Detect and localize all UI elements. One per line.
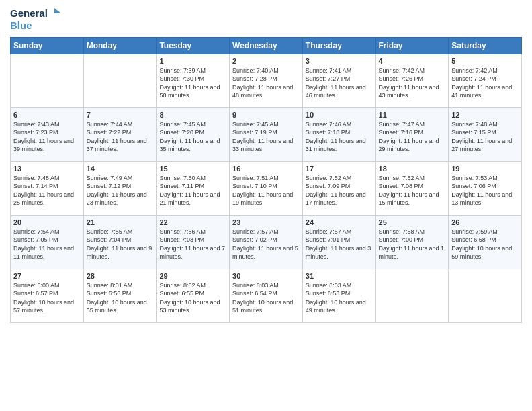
sunset-text: Sunset: 7:10 PM <box>232 182 300 191</box>
day-number: 31 <box>306 272 373 280</box>
sunrise-text: Sunrise: 7:39 AM <box>159 66 226 75</box>
calendar-cell <box>375 269 449 322</box>
logo-general: General <box>10 8 48 19</box>
sunrise-text: Sunrise: 7:43 AM <box>13 120 81 129</box>
weekday-header-row: SundayMondayTuesdayWednesdayThursdayFrid… <box>11 37 522 54</box>
sunset-text: Sunset: 7:18 PM <box>306 128 373 137</box>
daylight-text: Daylight: 11 hours and 7 minutes. <box>159 244 226 261</box>
sunrise-text: Sunrise: 7:44 AM <box>87 120 154 129</box>
day-number: 22 <box>159 218 226 226</box>
sunset-text: Sunset: 7:24 PM <box>451 75 519 83</box>
calendar-cell: 17 Sunrise: 7:52 AM Sunset: 7:09 PM Dayl… <box>302 161 375 215</box>
day-info: Sunrise: 8:02 AM Sunset: 6:55 PM Dayligh… <box>159 281 226 315</box>
sunset-text: Sunset: 7:06 PM <box>451 182 519 191</box>
day-number: 11 <box>379 111 446 119</box>
week-row-2: 6 Sunrise: 7:43 AM Sunset: 7:23 PM Dayli… <box>11 107 522 161</box>
calendar-cell: 15 Sunrise: 7:50 AM Sunset: 7:11 PM Dayl… <box>157 161 230 215</box>
calendar-cell <box>449 269 522 322</box>
sunset-text: Sunset: 7:12 PM <box>87 182 154 191</box>
calendar-cell: 12 Sunrise: 7:48 AM Sunset: 7:15 PM Dayl… <box>449 107 522 161</box>
sunset-text: Sunset: 7:20 PM <box>159 128 226 137</box>
sunrise-text: Sunrise: 7:47 AM <box>379 120 446 129</box>
day-info: Sunrise: 7:50 AM Sunset: 7:11 PM Dayligh… <box>159 174 226 208</box>
daylight-text: Daylight: 11 hours and 3 minutes. <box>306 244 373 261</box>
sunset-text: Sunset: 7:01 PM <box>306 236 373 244</box>
day-info: Sunrise: 8:03 AM Sunset: 6:53 PM Dayligh… <box>306 281 373 315</box>
weekday-header-wednesday: Wednesday <box>230 37 303 54</box>
day-info: Sunrise: 7:46 AM Sunset: 7:18 PM Dayligh… <box>306 120 373 154</box>
sunset-text: Sunset: 7:28 PM <box>232 75 300 83</box>
sunrise-text: Sunrise: 7:51 AM <box>232 174 300 183</box>
calendar-cell: 14 Sunrise: 7:49 AM Sunset: 7:12 PM Dayl… <box>83 161 157 215</box>
calendar-cell: 22 Sunrise: 7:56 AM Sunset: 7:03 PM Dayl… <box>157 215 230 269</box>
calendar-cell: 23 Sunrise: 7:57 AM Sunset: 7:02 PM Dayl… <box>230 215 303 269</box>
sunrise-text: Sunrise: 7:57 AM <box>306 228 373 236</box>
calendar-cell: 7 Sunrise: 7:44 AM Sunset: 7:22 PM Dayli… <box>83 107 157 161</box>
sunset-text: Sunset: 7:14 PM <box>13 182 81 191</box>
sunset-text: Sunset: 7:08 PM <box>379 182 446 191</box>
sunrise-text: Sunrise: 7:46 AM <box>306 120 373 129</box>
week-row-1: 1 Sunrise: 7:39 AM Sunset: 7:30 PM Dayli… <box>11 54 522 107</box>
calendar-cell: 6 Sunrise: 7:43 AM Sunset: 7:23 PM Dayli… <box>11 107 84 161</box>
calendar-cell: 19 Sunrise: 7:53 AM Sunset: 7:06 PM Dayl… <box>449 161 522 215</box>
day-info: Sunrise: 7:52 AM Sunset: 7:08 PM Dayligh… <box>379 174 446 208</box>
sunset-text: Sunset: 7:03 PM <box>159 236 226 244</box>
daylight-text: Daylight: 11 hours and 15 minutes. <box>379 191 446 208</box>
day-number: 5 <box>451 57 519 65</box>
daylight-text: Daylight: 11 hours and 39 minutes. <box>13 137 81 154</box>
sunset-text: Sunset: 6:54 PM <box>232 289 300 298</box>
sunrise-text: Sunrise: 7:56 AM <box>159 228 226 236</box>
sunset-text: Sunset: 6:56 PM <box>87 289 154 298</box>
calendar-cell <box>11 54 84 107</box>
sunset-text: Sunset: 7:02 PM <box>232 236 300 244</box>
daylight-text: Daylight: 11 hours and 25 minutes. <box>13 191 81 208</box>
logo-blue: Blue <box>10 20 62 32</box>
sunrise-text: Sunrise: 7:45 AM <box>159 120 226 129</box>
calendar-cell: 16 Sunrise: 7:51 AM Sunset: 7:10 PM Dayl… <box>230 161 303 215</box>
sunrise-text: Sunrise: 7:54 AM <box>13 228 81 236</box>
daylight-text: Daylight: 11 hours and 9 minutes. <box>87 244 154 261</box>
sunrise-text: Sunrise: 8:03 AM <box>232 281 300 290</box>
sunset-text: Sunset: 6:57 PM <box>13 289 81 298</box>
day-info: Sunrise: 8:01 AM Sunset: 6:56 PM Dayligh… <box>87 281 154 315</box>
daylight-text: Daylight: 11 hours and 19 minutes. <box>232 191 300 208</box>
daylight-text: Daylight: 11 hours and 43 minutes. <box>379 83 446 100</box>
calendar-cell: 3 Sunrise: 7:41 AM Sunset: 7:27 PM Dayli… <box>302 54 375 107</box>
sunrise-text: Sunrise: 7:55 AM <box>87 228 154 236</box>
day-number: 17 <box>306 165 373 173</box>
day-number: 6 <box>13 111 81 119</box>
weekday-header-saturday: Saturday <box>449 37 522 54</box>
logo-arrow <box>49 7 62 20</box>
day-number: 19 <box>451 165 519 173</box>
day-number: 25 <box>379 218 446 226</box>
day-number: 21 <box>87 218 154 226</box>
day-info: Sunrise: 7:43 AM Sunset: 7:23 PM Dayligh… <box>13 120 81 154</box>
day-number: 1 <box>159 57 226 65</box>
day-info: Sunrise: 7:47 AM Sunset: 7:16 PM Dayligh… <box>379 120 446 154</box>
logo: General Blue <box>10 7 62 32</box>
day-number: 14 <box>87 165 154 173</box>
day-number: 30 <box>232 272 300 280</box>
weekday-header-friday: Friday <box>375 37 449 54</box>
calendar-cell: 4 Sunrise: 7:42 AM Sunset: 7:26 PM Dayli… <box>375 54 449 107</box>
sunset-text: Sunset: 6:55 PM <box>159 289 226 298</box>
sunset-text: Sunset: 7:00 PM <box>379 236 446 244</box>
day-number: 7 <box>87 111 154 119</box>
calendar-cell: 30 Sunrise: 8:03 AM Sunset: 6:54 PM Dayl… <box>230 269 303 322</box>
day-number: 16 <box>232 165 300 173</box>
sunrise-text: Sunrise: 7:45 AM <box>232 120 300 129</box>
day-number: 23 <box>232 218 300 226</box>
day-number: 3 <box>306 57 373 65</box>
day-info: Sunrise: 7:52 AM Sunset: 7:09 PM Dayligh… <box>306 174 373 208</box>
day-number: 18 <box>379 165 446 173</box>
daylight-text: Daylight: 11 hours and 41 minutes. <box>451 83 519 100</box>
daylight-text: Daylight: 11 hours and 29 minutes. <box>379 137 446 154</box>
day-number: 27 <box>13 272 81 280</box>
sunset-text: Sunset: 7:26 PM <box>379 75 446 83</box>
day-number: 12 <box>451 111 519 119</box>
daylight-text: Daylight: 11 hours and 21 minutes. <box>159 191 226 208</box>
calendar-cell: 25 Sunrise: 7:58 AM Sunset: 7:00 PM Dayl… <box>375 215 449 269</box>
daylight-text: Daylight: 10 hours and 49 minutes. <box>306 298 373 315</box>
calendar-cell: 5 Sunrise: 7:42 AM Sunset: 7:24 PM Dayli… <box>449 54 522 107</box>
sunrise-text: Sunrise: 7:42 AM <box>379 66 446 75</box>
